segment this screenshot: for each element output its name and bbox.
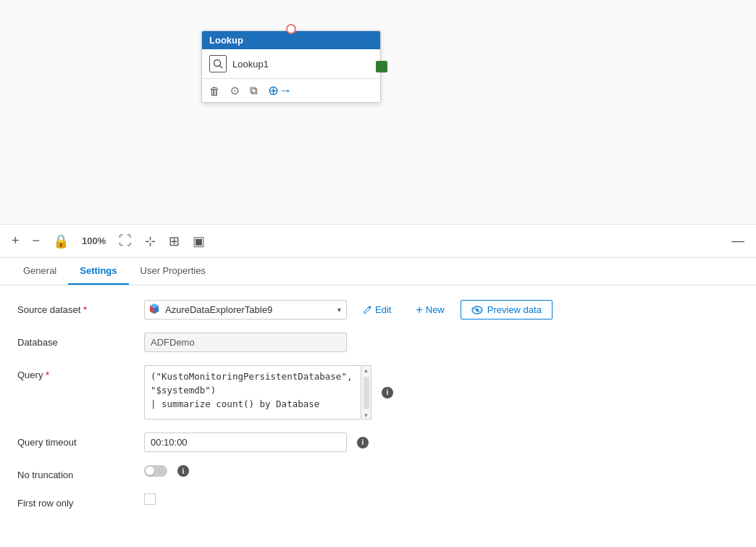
preview-data-button[interactable]: Preview data <box>461 300 553 320</box>
source-dataset-controls: AzureDataExplorerTable9 ▾ Edit + New <box>144 300 739 320</box>
tab-general[interactable]: General <box>12 258 68 285</box>
lock-icon[interactable]: 🔒 <box>53 233 69 249</box>
toggle-knob <box>146 467 154 475</box>
query-timeout-label: Query timeout <box>17 433 144 448</box>
database-controls <box>144 333 739 352</box>
edit-button[interactable]: Edit <box>354 301 400 319</box>
canvas-toolbar: + − 🔒 100% ⛶ ⊹ ⊞ ▣ — <box>0 225 756 258</box>
zoom-out-icon[interactable]: − <box>33 233 41 249</box>
delete-icon[interactable]: 🗑 <box>209 85 220 97</box>
node-top-connector[interactable] <box>286 24 296 34</box>
settings-panel: Source dataset * AzureDataExplorerTable9 <box>0 285 756 546</box>
svg-point-0 <box>214 60 221 67</box>
query-required-star: * <box>46 369 49 380</box>
source-dataset-select[interactable]: AzureDataExplorerTable9 <box>144 300 347 320</box>
preview-icon <box>471 306 483 314</box>
node-right-connector[interactable] <box>376 61 387 72</box>
connect-icon[interactable]: ⊕→ <box>268 83 292 99</box>
arrange-icon[interactable]: ⊞ <box>169 233 180 249</box>
node-footer: 🗑 ⊙ ⧉ ⊕→ <box>202 78 380 102</box>
query-info-icon[interactable]: i <box>382 387 393 398</box>
zoom-in-icon[interactable]: + <box>12 233 20 249</box>
source-dataset-select-wrapper: AzureDataExplorerTable9 ▾ <box>144 300 347 320</box>
no-truncation-info-icon[interactable]: i <box>177 465 189 477</box>
pencil-icon <box>363 305 372 314</box>
source-dataset-label: Source dataset * <box>17 300 144 315</box>
query-textarea[interactable]: ("KustoMonitoringPersistentDatabase", "$… <box>144 365 361 419</box>
scroll-up-btn[interactable]: ▲ <box>364 367 369 374</box>
query-scrollbar[interactable]: ▲ ▼ <box>361 365 371 419</box>
tab-settings[interactable]: Settings <box>68 258 128 285</box>
layers-icon[interactable]: ▣ <box>193 233 205 249</box>
no-truncation-row: No truncation i <box>17 465 739 480</box>
database-input[interactable] <box>144 333 347 352</box>
query-timeout-info-icon[interactable]: i <box>357 437 369 448</box>
run-icon[interactable]: ⊙ <box>230 84 240 97</box>
query-label: Query * <box>17 365 144 380</box>
first-row-only-controls <box>144 493 739 505</box>
lookup-node[interactable]: Lookup Lookup1 🗑 ⊙ ⧉ ⊕→ <box>201 30 381 103</box>
query-timeout-controls: i <box>144 433 739 452</box>
required-star: * <box>83 304 87 315</box>
collapse-icon[interactable]: — <box>731 233 744 249</box>
fit-screen-icon[interactable]: ⛶ <box>119 233 132 249</box>
tabs-bar: General Settings User Properties <box>0 258 756 285</box>
no-truncation-controls: i <box>144 465 739 477</box>
query-textarea-wrapper: ("KustoMonitoringPersistentDatabase", "$… <box>144 365 371 419</box>
svg-line-1 <box>220 66 223 69</box>
first-row-only-checkbox[interactable] <box>144 493 156 505</box>
select-icon[interactable]: ⊹ <box>145 233 156 249</box>
lookup-activity-icon <box>209 55 227 72</box>
node-name: Lookup1 <box>232 59 269 70</box>
query-controls: ("KustoMonitoringPersistentDatabase", "$… <box>144 365 739 419</box>
scroll-track[interactable] <box>364 377 369 409</box>
new-button[interactable]: + New <box>407 301 453 320</box>
first-row-only-row: First row only <box>17 493 739 509</box>
zoom-100-icon[interactable]: 100% <box>82 235 106 246</box>
no-truncation-toggle-wrapper <box>144 465 167 477</box>
node-type-label: Lookup <box>209 35 243 46</box>
first-row-only-label: First row only <box>17 493 144 509</box>
source-dataset-row: Source dataset * AzureDataExplorerTable9 <box>17 300 739 320</box>
copy-icon[interactable]: ⧉ <box>250 84 258 97</box>
query-timeout-row: Query timeout i <box>17 433 739 452</box>
pipeline-canvas[interactable]: Lookup Lookup1 🗑 ⊙ ⧉ ⊕→ <box>0 0 756 225</box>
database-row: Database <box>17 333 739 352</box>
tab-user-properties[interactable]: User Properties <box>129 258 217 285</box>
node-body: Lookup1 <box>202 49 380 78</box>
no-truncation-label: No truncation <box>17 465 144 480</box>
query-row: Query * ("KustoMonitoringPersistentDatab… <box>17 365 739 419</box>
no-truncation-toggle[interactable] <box>144 465 167 477</box>
scroll-down-btn[interactable]: ▼ <box>364 412 369 419</box>
query-timeout-input[interactable] <box>144 433 347 452</box>
database-label: Database <box>17 333 144 348</box>
